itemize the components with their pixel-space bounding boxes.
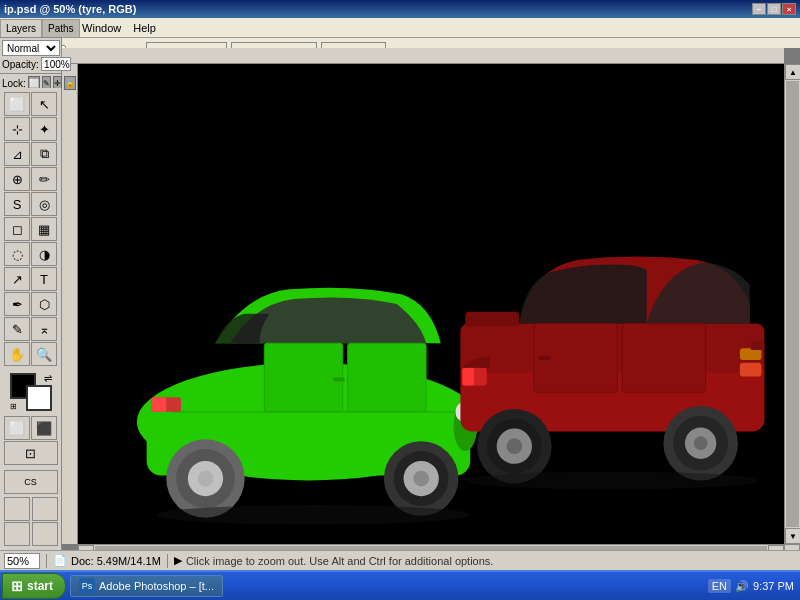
svg-rect-5 [264, 343, 342, 412]
svg-rect-25 [622, 324, 705, 393]
image-ready-button[interactable]: CS [4, 470, 58, 494]
close-button[interactable]: × [782, 3, 796, 15]
scrollbar-vertical[interactable]: ▲ ▼ [784, 64, 800, 544]
brush-tool[interactable]: ✏ [31, 167, 57, 191]
taskbar-app-photoshop[interactable]: Ps Adobe Photoshop – [t... [70, 575, 223, 597]
tool-row-5: S ◎ [4, 192, 57, 216]
dodge-tool[interactable]: ◑ [31, 242, 57, 266]
button2[interactable] [32, 497, 58, 521]
default-colors-icon[interactable]: ⊞ [10, 402, 17, 411]
svg-point-16 [413, 471, 429, 487]
opacity-input[interactable] [41, 57, 71, 71]
document-icon: 📄 [53, 554, 67, 567]
blend-mode-select[interactable]: Normal [2, 40, 60, 56]
tab-layers[interactable]: Layers [0, 19, 42, 37]
layer-blend-controls: Normal Opacity: [0, 38, 61, 74]
zoom-level[interactable]: 50% [4, 553, 40, 569]
svg-rect-0 [62, 48, 784, 64]
svg-rect-40 [465, 312, 519, 327]
magic-wand-tool[interactable]: ✦ [31, 117, 57, 141]
svg-rect-28 [462, 368, 474, 386]
menu-help[interactable]: Help [127, 20, 162, 36]
path-selection-tool[interactable]: ↗ [4, 267, 30, 291]
toolbar: ⬜ ↖ ⊹ ✦ ⊿ ⧉ ⊕ ✏ S ◎ ◻ ▦ ◌ ◑ ↗ T ✒ ⬡ ✎ ⌅ … [0, 88, 62, 550]
scroll-up-button[interactable]: ▲ [785, 64, 800, 80]
tool-row-8: ↗ T [4, 267, 57, 291]
gradient-tool[interactable]: ▦ [31, 217, 57, 241]
svg-rect-10 [152, 397, 167, 412]
stamp-tool[interactable]: S [4, 192, 30, 216]
healing-tool[interactable]: ⊕ [4, 167, 30, 191]
status-bar: 50% 📄 Doc: 5.49M/14.1M ▶ Click image to … [0, 550, 800, 570]
tool-row-4: ⊕ ✏ [4, 167, 57, 191]
svg-point-34 [507, 438, 523, 454]
speaker-icon: 🔊 [735, 580, 749, 593]
zoom-tool[interactable]: 🔍 [31, 342, 57, 366]
scroll-thumb-v[interactable] [786, 81, 799, 527]
blur-tool[interactable]: ◌ [4, 242, 30, 266]
menu-window[interactable]: Window [76, 20, 127, 36]
eraser-tool[interactable]: ◻ [4, 217, 30, 241]
ruler-horizontal: for(let i=0;i<800;i+=10){document.curren… [62, 48, 784, 64]
ruler-vertical [62, 64, 78, 544]
lasso-tool[interactable]: ⊹ [4, 117, 30, 141]
move-tool[interactable]: ↖ [31, 92, 57, 116]
notes-tool[interactable]: ✎ [4, 317, 30, 341]
image-window: for(let i=0;i<800;i+=10){document.curren… [62, 48, 800, 560]
tool-row-11: ✋ 🔍 [4, 342, 57, 366]
panel-tabs: Layers Paths [0, 20, 61, 38]
language-indicator[interactable]: EN [708, 579, 731, 593]
lock-all-icon[interactable]: 🔒 [64, 76, 76, 90]
screen-mode-row: ⊡ [4, 441, 58, 465]
color-swatches: ⇌ ⊞ [10, 373, 52, 411]
slice-tool[interactable]: ⧉ [31, 142, 57, 166]
screen-mode-button[interactable]: ⊡ [4, 441, 58, 465]
eyedropper-tool[interactable]: ⌅ [31, 317, 57, 341]
opacity-row: Opacity: [2, 57, 59, 71]
hand-tool[interactable]: ✋ [4, 342, 30, 366]
app-title-bar: ip.psd @ 50% (tyre, RGB) − □ × [0, 0, 800, 18]
tool-row-1: ⬜ ↖ [4, 92, 57, 116]
menu-bar: Filter View Window Help [0, 18, 800, 38]
crop-tool[interactable]: ⊿ [4, 142, 30, 166]
ps-taskbar-icon: Ps [79, 578, 95, 594]
extra-tools-row3 [4, 522, 58, 546]
svg-point-39 [465, 472, 759, 490]
history-brush-tool[interactable]: ◎ [31, 192, 57, 216]
minimize-button[interactable]: − [752, 3, 766, 15]
button3[interactable] [4, 522, 30, 546]
button1[interactable] [4, 497, 30, 521]
status-divider-1 [46, 554, 47, 568]
extra-tools-row2 [4, 497, 58, 521]
marquee-tool[interactable]: ⬜ [4, 92, 30, 116]
svg-rect-7 [333, 378, 345, 382]
scroll-down-button[interactable]: ▼ [785, 528, 800, 544]
tab-paths[interactable]: Paths [42, 19, 80, 37]
tool-row-2: ⊹ ✦ [4, 117, 57, 141]
shape-tool[interactable]: ⬡ [31, 292, 57, 316]
zoom-hint-icon: ▶ [174, 554, 182, 567]
swap-colors-icon[interactable]: ⇌ [44, 373, 52, 384]
windows-taskbar: ⊞ start Ps Adobe Photoshop – [t... EN 🔊 … [0, 570, 800, 600]
type-tool[interactable]: T [31, 267, 57, 291]
quick-mask-button[interactable]: ⬛ [31, 416, 57, 440]
background-color[interactable] [26, 385, 52, 411]
zoom-hint: Click image to zoom out. Use Alt and Ctr… [186, 555, 494, 567]
button4[interactable] [32, 522, 58, 546]
svg-rect-29 [740, 363, 762, 377]
canvas-area[interactable] [78, 64, 784, 544]
svg-point-38 [694, 436, 708, 450]
start-button[interactable]: ⊞ start [2, 573, 66, 599]
quick-mask-row: ⬜ ⬛ [4, 416, 57, 440]
taskbar-system-tray: EN 🔊 9:37 PM [708, 579, 800, 593]
svg-point-21 [156, 505, 470, 525]
tool-row-3: ⊿ ⧉ [4, 142, 57, 166]
svg-rect-6 [348, 343, 426, 412]
svg-point-20 [198, 471, 214, 487]
pen-tool[interactable]: ✒ [4, 292, 30, 316]
maximize-button[interactable]: □ [767, 3, 781, 15]
status-divider-2 [167, 554, 168, 568]
standard-mode-button[interactable]: ⬜ [4, 416, 30, 440]
system-clock: 9:37 PM [753, 580, 794, 592]
tool-row-6: ◻ ▦ [4, 217, 57, 241]
